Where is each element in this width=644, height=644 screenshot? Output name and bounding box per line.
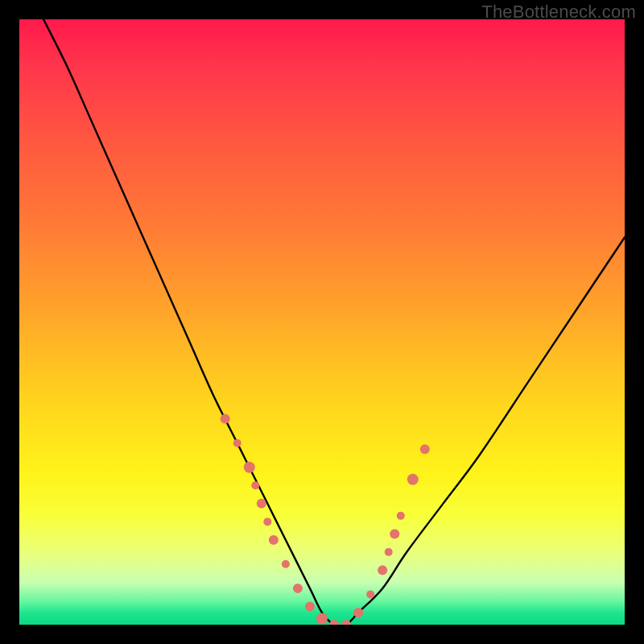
marker-dot — [269, 535, 279, 545]
marker-dot — [366, 590, 374, 598]
marker-dot — [407, 474, 419, 485]
marker-dot — [233, 439, 242, 447]
chart-svg — [19, 19, 625, 625]
marker-dot — [293, 584, 303, 593]
marker-dot — [390, 529, 399, 539]
plot-area — [19, 19, 625, 625]
marker-dot — [316, 613, 328, 624]
marker-dot — [353, 608, 363, 617]
chart-frame: TheBottleneck.com — [0, 0, 644, 644]
marker-dot — [251, 481, 259, 489]
highlight-markers — [221, 414, 430, 625]
marker-dot — [397, 512, 405, 520]
marker-dot — [329, 620, 339, 625]
marker-dot — [257, 499, 266, 509]
bottleneck-curve — [43, 19, 625, 625]
marker-dot — [282, 560, 290, 568]
marker-dot — [420, 444, 430, 454]
marker-dot — [244, 461, 255, 473]
marker-dot — [305, 601, 315, 611]
marker-dot — [378, 565, 387, 575]
marker-dot — [341, 620, 351, 625]
marker-dot — [263, 518, 271, 526]
marker-dot — [221, 414, 230, 423]
marker-dot — [385, 548, 393, 556]
